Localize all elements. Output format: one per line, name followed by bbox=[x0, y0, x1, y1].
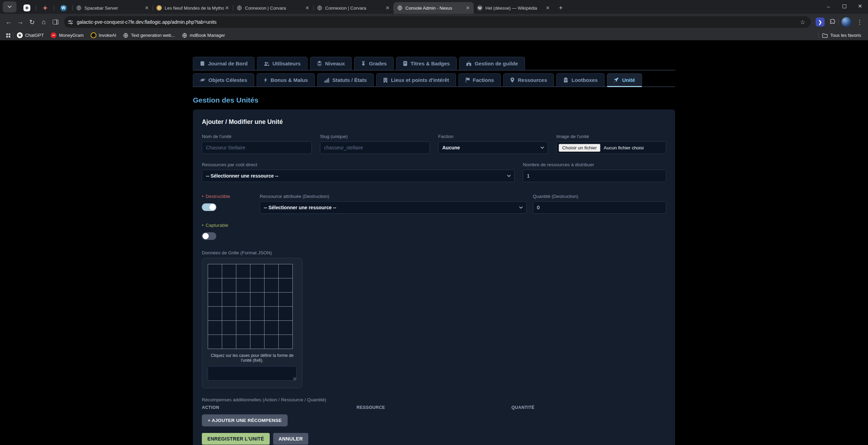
grid-cell[interactable] bbox=[208, 335, 222, 349]
apps-button[interactable] bbox=[3, 33, 13, 38]
bookmark-invokeai[interactable]: InvokeAI bbox=[87, 31, 120, 40]
browser-tab-connexion-corvara-1[interactable]: Connexion | Corvara ✕ bbox=[233, 2, 313, 14]
reload-button[interactable]: ↻ bbox=[26, 16, 38, 28]
grid-cell[interactable] bbox=[222, 307, 236, 320]
pinned-tab-chatgpt[interactable] bbox=[18, 2, 36, 14]
slug-input[interactable] bbox=[320, 141, 430, 154]
grid-cell[interactable] bbox=[222, 321, 236, 335]
close-tab-icon[interactable]: ✕ bbox=[465, 5, 471, 11]
bookmark-mdbook-manager[interactable]: mdBook Manager bbox=[178, 31, 229, 40]
url-text[interactable]: galactic-pve-conquest-c7fe.dev.flatlogic… bbox=[77, 19, 798, 25]
tab-ressources[interactable]: Ressources bbox=[503, 73, 554, 86]
tab-gestion-de-guilde[interactable]: Gestion de guilde bbox=[459, 57, 525, 70]
home-button[interactable]: ⌂ bbox=[38, 16, 50, 28]
save-unit-button[interactable]: ENREGISTRER L'UNITÉ bbox=[202, 433, 270, 445]
grid-cell[interactable] bbox=[208, 321, 222, 335]
grid-cell[interactable] bbox=[265, 293, 278, 306]
grid-cell[interactable] bbox=[265, 321, 278, 335]
close-tab-icon[interactable]: ✕ bbox=[545, 5, 551, 11]
destruction-resource-select[interactable]: -- Sélectionner une ressource -- bbox=[260, 201, 527, 214]
grid-cell[interactable] bbox=[279, 264, 292, 278]
pinned-tab-wordpress[interactable]: W bbox=[54, 2, 72, 14]
grid-cell[interactable] bbox=[250, 321, 264, 335]
unit-name-input[interactable] bbox=[202, 141, 312, 154]
all-bookmarks-button[interactable]: Tous les favoris bbox=[819, 31, 865, 40]
grid-cell[interactable] bbox=[279, 307, 292, 320]
tab-unite[interactable]: Unité bbox=[607, 73, 642, 86]
tab-search-button[interactable] bbox=[3, 1, 17, 12]
grid-cell[interactable] bbox=[236, 335, 250, 349]
close-tab-icon[interactable]: ✕ bbox=[384, 5, 391, 11]
close-tab-icon[interactable]: ✕ bbox=[304, 5, 310, 11]
bookmark-text-generation-webui[interactable]: Text generation web... bbox=[120, 31, 178, 40]
grid-cell[interactable] bbox=[250, 335, 264, 349]
grid-cell[interactable] bbox=[208, 278, 222, 292]
grid-cell[interactable] bbox=[222, 293, 236, 306]
tab-titres-badges[interactable]: Titres & Badges bbox=[396, 57, 457, 70]
grid-cell[interactable] bbox=[265, 335, 278, 349]
add-reward-button[interactable]: + AJOUTER UNE RÉCOMPENSE bbox=[202, 414, 288, 426]
close-tab-icon[interactable]: ✕ bbox=[224, 5, 230, 11]
grid-cell[interactable] bbox=[208, 264, 222, 278]
profile-avatar[interactable] bbox=[841, 17, 851, 27]
grid-cell[interactable] bbox=[222, 335, 236, 349]
grid-cell[interactable] bbox=[250, 307, 264, 320]
grid-cell[interactable] bbox=[236, 293, 250, 306]
minimize-button[interactable]: – bbox=[820, 0, 836, 12]
grid-cell[interactable] bbox=[265, 307, 278, 320]
tab-statuts-etats[interactable]: Statuts / États bbox=[317, 73, 374, 86]
grid-cell[interactable] bbox=[236, 307, 250, 320]
bookmark-chatgpt[interactable]: ChatGPT bbox=[13, 31, 47, 40]
grid-cell[interactable] bbox=[265, 264, 278, 278]
choose-file-button[interactable]: Choisir un fichier bbox=[559, 144, 600, 152]
pinned-tab-gemini[interactable] bbox=[36, 2, 54, 14]
tab-factions[interactable]: Factions bbox=[458, 73, 501, 86]
unit-image-file-input[interactable]: Choisir un fichier Aucun fichier choisi bbox=[556, 141, 666, 154]
tab-lieux-points-interet[interactable]: Lieux et points d'intérêt bbox=[376, 73, 456, 86]
tab-bonus-malus[interactable]: Bonus & Malus bbox=[257, 73, 315, 86]
new-tab-button[interactable]: + bbox=[556, 3, 566, 13]
grid-cell[interactable] bbox=[250, 264, 264, 278]
tab-utilisateurs[interactable]: Utilisateurs bbox=[257, 57, 308, 70]
grid-cell[interactable] bbox=[279, 278, 292, 292]
grid-cell[interactable] bbox=[208, 293, 222, 306]
side-panel-button[interactable] bbox=[50, 16, 61, 28]
grid-json-textarea[interactable] bbox=[208, 366, 297, 381]
browser-menu-button[interactable]: ⋮ bbox=[854, 19, 865, 26]
capturable-toggle[interactable] bbox=[202, 232, 216, 240]
destructible-toggle[interactable] bbox=[202, 203, 216, 211]
grid-cell[interactable] bbox=[236, 321, 250, 335]
grid-cell[interactable] bbox=[222, 264, 236, 278]
browser-tab-connexion-corvara-2[interactable]: Connexion | Corvara ✕ bbox=[313, 2, 393, 14]
distribute-count-input[interactable] bbox=[523, 170, 666, 182]
browser-tab-spacebar-server[interactable]: Spacebar Server ✕ bbox=[73, 2, 153, 14]
tab-niveaux[interactable]: Niveaux bbox=[310, 57, 352, 70]
pinned-extension-icon[interactable]: ❯ bbox=[816, 18, 825, 27]
destruction-qty-input[interactable] bbox=[533, 201, 666, 214]
grid-cell[interactable] bbox=[222, 278, 236, 292]
tab-grades[interactable]: Grades bbox=[354, 57, 394, 70]
grid-cell[interactable] bbox=[250, 278, 264, 292]
tab-objets-celestes[interactable]: Objets Célestes bbox=[193, 73, 254, 86]
browser-tab-neuf-mondes[interactable]: Les Neuf Mondes de la Mythol ✕ bbox=[153, 2, 233, 14]
tab-journal-de-bord[interactable]: Journal de Bord bbox=[193, 57, 255, 70]
tab-lootboxes[interactable]: Lootboxes bbox=[556, 73, 604, 86]
browser-tab-console-admin-nexus[interactable]: Console Admin - Nexus ✕ bbox=[394, 2, 474, 14]
grid-cell[interactable] bbox=[279, 321, 292, 335]
bookmark-star-icon[interactable]: ☆ bbox=[798, 19, 807, 26]
cancel-button[interactable]: ANNULER bbox=[273, 433, 309, 445]
cost-resource-select[interactable]: -- Sélectionner une ressource -- bbox=[202, 170, 515, 182]
forward-button[interactable]: → bbox=[14, 16, 26, 28]
grid-cell[interactable] bbox=[279, 335, 292, 349]
browser-tab-hel-wikipedia[interactable]: W Hel (déesse) — Wikipédia ✕ bbox=[474, 2, 554, 14]
bookmark-moneygram[interactable]: MoneyGram bbox=[47, 31, 87, 40]
maximize-button[interactable] bbox=[836, 0, 852, 12]
faction-select[interactable]: Aucune bbox=[438, 141, 548, 154]
close-window-button[interactable]: ✕ bbox=[852, 0, 868, 12]
grid-cell[interactable] bbox=[265, 278, 278, 292]
address-bar[interactable]: galactic-pve-conquest-c7fe.dev.flatlogic… bbox=[64, 16, 811, 28]
grid-cell[interactable] bbox=[250, 293, 264, 306]
grid-cell[interactable] bbox=[236, 278, 250, 292]
grid-cell[interactable] bbox=[236, 264, 250, 278]
back-button[interactable]: ← bbox=[3, 16, 14, 28]
